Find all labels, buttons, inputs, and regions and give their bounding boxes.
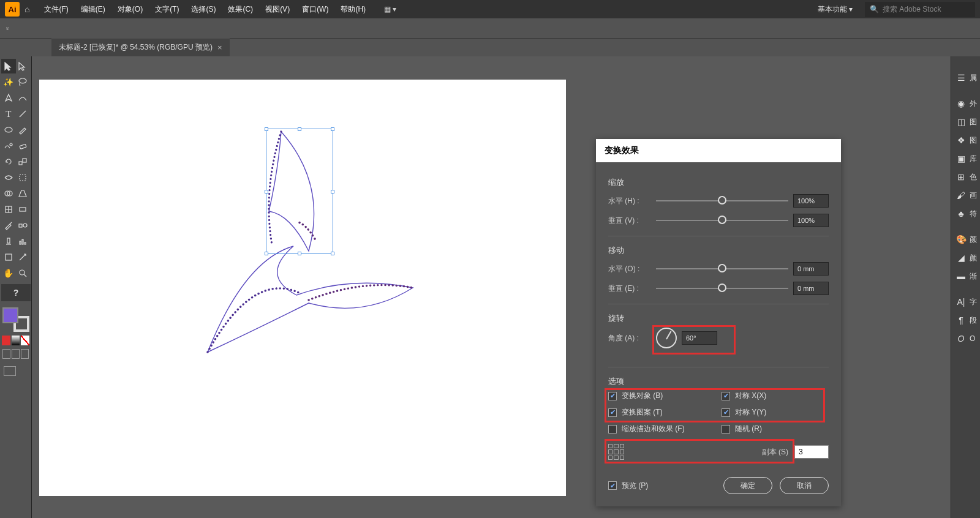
column-graph-tool[interactable] (16, 234, 31, 249)
shape-builder-tool[interactable] (1, 186, 16, 201)
copies-input[interactable] (794, 445, 829, 459)
fill-stroke-proxy[interactable] (2, 307, 29, 332)
highlight-copies (605, 439, 794, 464)
menu-window[interactable]: 窗口(W) (296, 1, 334, 18)
hand-tool[interactable]: ✋ (1, 266, 16, 280)
svg-rect-19 (24, 242, 26, 244)
control-bar: » (0, 18, 980, 39)
menu-view[interactable]: 视图(V) (259, 1, 296, 18)
rotate-group-label: 旋转 (608, 313, 829, 324)
eyedropper-tool[interactable] (1, 218, 16, 233)
line-tool[interactable] (16, 107, 31, 121)
ok-button[interactable]: 确定 (723, 477, 772, 494)
scale-h-slider[interactable] (656, 200, 788, 201)
menu-object[interactable]: 对象(O) (111, 1, 149, 18)
panel-libraries[interactable]: ▣库 (951, 149, 980, 168)
type-tool[interactable]: T (1, 107, 16, 121)
lasso-tool[interactable] (16, 75, 31, 89)
free-transform-tool[interactable] (16, 170, 31, 185)
panel-color-guide[interactable]: ◢颜 (951, 249, 980, 267)
screen-mode-toggle[interactable] (4, 366, 16, 376)
chk-random[interactable]: 随机 (R) (722, 424, 829, 434)
close-tab-icon[interactable]: × (217, 43, 222, 52)
menu-effect[interactable]: 效果(C) (222, 1, 259, 18)
workspace-switcher[interactable]: 基本功能 ▾ (812, 2, 859, 17)
color-mode-none[interactable] (21, 336, 29, 345)
fill-color[interactable] (2, 307, 18, 323)
svg-rect-4 (20, 144, 26, 149)
move-h-slider[interactable] (656, 268, 788, 269)
scale-h-input[interactable]: 100% (793, 194, 829, 208)
svg-line-1 (20, 111, 26, 117)
blend-tool[interactable] (16, 218, 31, 233)
svg-rect-20 (6, 254, 12, 260)
gradient-tool[interactable] (16, 202, 31, 217)
pen-tool[interactable] (1, 91, 16, 105)
stock-search-input[interactable]: 🔍 搜索 Adobe Stock (865, 2, 975, 17)
document-tab[interactable]: 未标题-2 [已恢复]* @ 54.53% (RGB/GPU 预览) × (51, 39, 230, 56)
svg-rect-14 (19, 224, 22, 227)
magic-wand-tool[interactable]: ✨ (1, 75, 16, 89)
move-v-slider[interactable] (656, 288, 788, 289)
scale-group-label: 缩放 (608, 177, 829, 188)
panel-gradient[interactable]: ▬渐 (951, 267, 980, 285)
scale-v-input[interactable]: 100% (793, 214, 829, 227)
home-icon[interactable]: ⌂ (24, 4, 29, 14)
chk-preview[interactable]: 预览 (P) (608, 481, 648, 491)
draw-behind[interactable] (12, 349, 20, 359)
menu-bar: Ai ⌂ 文件(F) 编辑(E) 对象(O) 文字(T) 选择(S) 效果(C)… (0, 0, 980, 18)
scale-tool[interactable] (16, 154, 31, 169)
perspective-tool[interactable] (16, 186, 31, 201)
artboard[interactable] (39, 80, 566, 496)
panel-brushes[interactable]: 🖌画 (951, 186, 980, 205)
color-mode-color[interactable] (2, 336, 10, 345)
panel-opentype[interactable]: OO (951, 329, 980, 348)
menu-type[interactable]: 文字(T) (149, 1, 185, 18)
menu-select[interactable]: 选择(S) (185, 1, 222, 18)
right-panel-strip: ☰属 ◉外 ◫图 ❖图 ▣库 ⊞色 🖌画 ♣符 🎨颜 ◢颜 ▬渐 A|字 ¶段 … (951, 56, 980, 518)
panel-color[interactable]: 🎨颜 (951, 230, 980, 249)
highlight-angle (652, 325, 736, 355)
scale-v-slider[interactable] (656, 220, 788, 221)
cancel-button[interactable]: 取消 (780, 477, 829, 494)
menu-help[interactable]: 帮助(H) (334, 1, 372, 18)
eraser-tool[interactable] (16, 138, 31, 153)
selection-bounding-box[interactable] (266, 129, 333, 254)
draw-normal[interactable] (2, 349, 10, 359)
menu-file[interactable]: 文件(F) (38, 1, 74, 18)
rotate-tool[interactable] (1, 154, 16, 169)
panel-character[interactable]: A|字 (951, 293, 980, 311)
scale-v-label: 垂直 (V) : (608, 216, 651, 226)
mesh-tool[interactable] (1, 202, 16, 217)
zoom-tool[interactable] (16, 266, 31, 280)
expand-control-icon[interactable]: » (4, 27, 11, 31)
panel-layers[interactable]: ❖图 (951, 131, 980, 149)
curvature-tool[interactable] (16, 91, 31, 105)
menu-edit[interactable]: 编辑(E) (75, 1, 111, 18)
edit-toolbar-button[interactable]: ? (1, 284, 31, 301)
panel-properties[interactable]: ☰属 (951, 69, 980, 87)
move-v-input[interactable]: 0 mm (793, 282, 829, 295)
draw-inside[interactable] (21, 349, 29, 359)
panel-symbols[interactable]: ♣符 (951, 205, 980, 223)
move-h-input[interactable]: 0 mm (793, 262, 829, 276)
selection-tool[interactable] (1, 59, 16, 73)
scale-h-label: 水平 (H) : (608, 196, 651, 206)
panel-swatches[interactable]: ⊞色 (951, 168, 980, 186)
artboard-tool[interactable] (1, 250, 16, 265)
panel-graphic-styles[interactable]: ◫图 (951, 113, 980, 131)
width-tool[interactable] (1, 170, 16, 185)
paintbrush-tool[interactable] (16, 122, 31, 137)
arrange-docs-icon[interactable]: ▦ ▾ (384, 5, 396, 13)
panel-appearance[interactable]: ◉外 (951, 94, 980, 113)
shaper-tool[interactable] (1, 138, 16, 153)
angle-label: 角度 (A) : (608, 333, 651, 343)
color-mode-gradient[interactable] (12, 336, 20, 345)
chk-scale-strokes[interactable]: 缩放描边和效果 (F) (608, 424, 715, 434)
symbol-sprayer-tool[interactable] (1, 234, 16, 249)
slice-tool[interactable] (16, 250, 31, 265)
panel-paragraph[interactable]: ¶段 (951, 311, 980, 329)
ellipse-tool[interactable] (1, 122, 16, 137)
direct-selection-tool[interactable] (16, 59, 31, 73)
dialog-title: 变换效果 (596, 139, 841, 162)
